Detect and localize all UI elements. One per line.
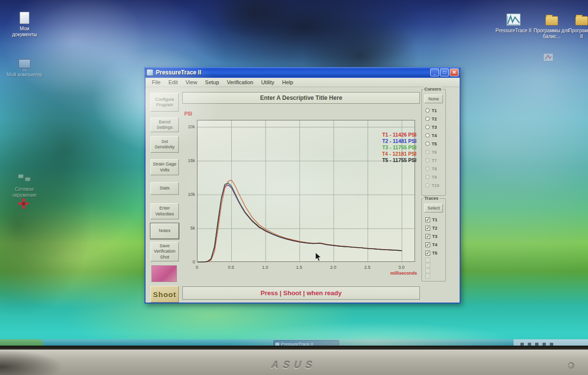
y-tick-label: 10k: [182, 192, 195, 197]
cursors-panel-label: Cursors: [423, 87, 442, 92]
desktop-icon-pressuretrace[interactable]: PressureTrace II: [493, 13, 534, 34]
laptop-screen: Мои документы Мой компьютер Сетевое окру…: [0, 0, 588, 348]
menu-file[interactable]: File: [148, 78, 164, 86]
desktop-icon-my-computer[interactable]: Мой компьютер: [5, 57, 44, 78]
desktop-icon-folder-ballistics[interactable]: Программы для балис...: [533, 13, 570, 39]
checkbox-checked-icon: ✓: [425, 242, 430, 247]
webcam-dot: [568, 362, 574, 369]
enter-velocities-button[interactable]: Enter Velocities: [150, 203, 179, 219]
checkbox-checked-icon: ✓: [425, 234, 430, 239]
bezel-shadow: [0, 350, 64, 375]
desktop-icon-label: Программы для балис...: [533, 28, 570, 39]
laptop-bezel: ASUS: [0, 350, 588, 375]
cursor-radio-t7: T7: [422, 156, 445, 164]
my-documents-icon: [17, 11, 32, 24]
status-message: Press | Shoot | when ready: [182, 286, 420, 300]
menu-utility[interactable]: Utility: [258, 78, 278, 86]
close-button[interactable]: ✕: [450, 69, 459, 76]
x-tick-label: 3.0: [396, 265, 407, 270]
network-icon: [17, 171, 32, 185]
barrel-settings-button[interactable]: Barrel Settings: [150, 117, 179, 132]
checkbox-checked-icon: ✓: [425, 226, 430, 231]
red-flower-icon: [16, 197, 31, 211]
asus-logo: ASUS: [270, 359, 318, 371]
cursor-radio-t9: T9: [422, 173, 445, 181]
trace-checkbox-empty: [422, 262, 445, 268]
trace-checkbox-t5[interactable]: ✓T5: [422, 249, 445, 257]
checkbox-checked-icon: ✓: [425, 251, 430, 256]
traces-panel-label: Traces: [423, 196, 440, 201]
radio-icon: [425, 133, 430, 138]
minimize-button[interactable]: _: [430, 69, 439, 76]
trace-checkbox-empty: [422, 268, 445, 273]
x-tick-label: 0.5: [226, 265, 237, 270]
trace-checkbox-t4[interactable]: ✓T4: [422, 240, 445, 249]
desktop-icon-label: Программы II: [567, 28, 588, 39]
cursor-radio-t2[interactable]: T2: [422, 115, 445, 123]
desktop-icon-unknown[interactable]: [535, 51, 562, 65]
x-tick-label: 0: [192, 265, 202, 270]
cursor-radio-t10: T10: [422, 181, 445, 189]
cursor-radio-t6: T6: [422, 148, 445, 156]
cursors-panel: Cursors None T1 T2 T3 T4 T5 T6 T7 T8 T9 …: [421, 89, 446, 196]
radio-icon: [425, 108, 430, 113]
legend-entry-t5: T5 - 11755 PSI: [355, 157, 416, 164]
trace-checkbox-empty: [422, 257, 445, 262]
radio-icon: [425, 183, 430, 188]
app-icon: [147, 69, 153, 76]
menu-verification[interactable]: Verification: [223, 78, 257, 86]
cursor-radio-t4[interactable]: T4: [422, 131, 445, 140]
folder-icon: [574, 13, 588, 26]
cursor-radio-t3[interactable]: T3: [422, 123, 445, 131]
chart-title-input[interactable]: Enter A Descriptive Title Here: [182, 92, 420, 104]
trace-checkbox-t2[interactable]: ✓T2: [422, 224, 445, 232]
stats-button[interactable]: Stats: [150, 182, 179, 195]
desktop-icon-my-documents[interactable]: Мои документы: [7, 11, 42, 37]
menu-setup[interactable]: Setup: [201, 78, 222, 86]
radio-icon: [425, 141, 430, 146]
legend-entry-t1: T1 - 11426 PSI: [355, 132, 416, 138]
legend-entry-t2: T2 - 11481 PSI: [355, 138, 416, 144]
checkbox-icon: [425, 274, 430, 279]
mouse-cursor: [315, 252, 321, 263]
x-tick-label: 2.0: [328, 265, 339, 270]
x-tick-label: 1.5: [294, 265, 305, 270]
desktop-icon-network[interactable]: Сетевое окружение: [4, 171, 45, 198]
desktop-icon-flower[interactable]: [13, 197, 34, 211]
shoot-button[interactable]: Shoot: [150, 286, 179, 303]
trace-checkbox-t1[interactable]: ✓T1: [422, 215, 445, 224]
y-axis-unit-label: PSI: [184, 111, 192, 117]
menu-view[interactable]: View: [182, 78, 201, 86]
app-icon: [541, 51, 556, 65]
window-titlebar[interactable]: PressureTrace II _ □ ✕: [145, 67, 461, 78]
radio-icon: [425, 125, 430, 129]
y-tick-label: 15k: [182, 158, 195, 163]
maximize-button[interactable]: □: [440, 69, 449, 76]
menu-bar: File Edit View Setup Verification Utilit…: [146, 78, 460, 87]
checkbox-icon: [425, 258, 430, 262]
menu-edit[interactable]: Edit: [165, 78, 181, 86]
checkbox-icon: [425, 263, 430, 268]
desktop-icon-label: Мой компьютер: [7, 72, 43, 78]
set-sensitivity-button[interactable]: Set Sensitivity: [150, 136, 179, 153]
status-color-box: [151, 265, 177, 282]
notes-button[interactable]: Notes: [150, 223, 179, 239]
cursor-radio-t5[interactable]: T5: [422, 140, 445, 148]
legend-entry-t4: T4 - 12181 PSI: [355, 151, 416, 157]
cursors-none-button[interactable]: None: [424, 94, 443, 103]
checkbox-icon: [425, 268, 430, 273]
desktop-icon-label: Мои документы: [7, 26, 42, 37]
cursor-radio-t8: T8: [422, 164, 445, 173]
trace-checkbox-t3[interactable]: ✓T3: [422, 232, 445, 240]
desktop-icon-folder-programs2[interactable]: Программы II: [567, 13, 588, 39]
save-verification-shot-button[interactable]: Save Verification Shot: [150, 242, 179, 261]
cursor-radio-t1[interactable]: T1: [422, 106, 445, 115]
pressuretrace-app-icon: [506, 13, 521, 26]
x-tick-label: 2.5: [362, 265, 373, 270]
traces-select-button[interactable]: Select: [424, 204, 443, 212]
configure-program-button[interactable]: Configure Program: [150, 93, 179, 112]
x-axis-unit-label: milliseconds: [390, 271, 417, 276]
radio-icon: [425, 150, 430, 154]
menu-help[interactable]: Help: [279, 78, 297, 86]
strain-gage-volts-button[interactable]: Strain Gage Volts: [150, 159, 179, 175]
